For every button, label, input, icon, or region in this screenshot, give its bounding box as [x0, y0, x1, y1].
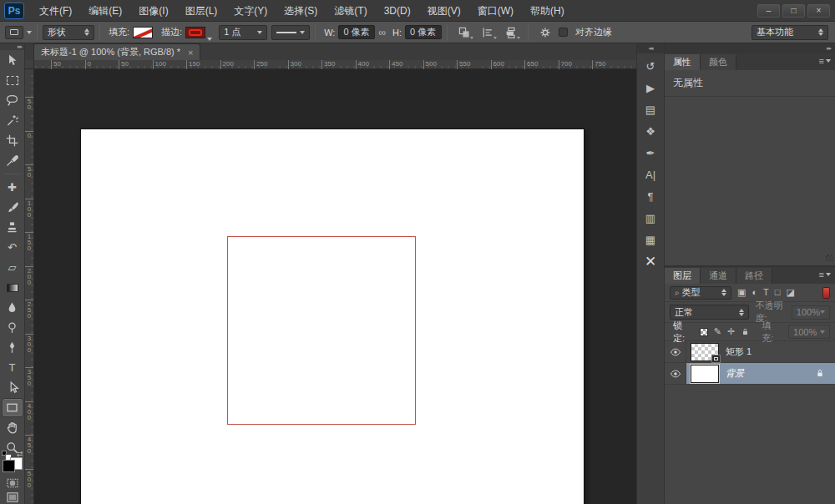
tool-preset-picker[interactable] [5, 26, 32, 39]
tab-color[interactable]: 颜色 [701, 54, 736, 70]
blend-mode-select[interactable]: 正常 [670, 305, 749, 320]
blur-tool[interactable] [2, 298, 23, 317]
tab-properties[interactable]: 属性 [665, 54, 701, 70]
tab-paths[interactable]: 路径 [736, 268, 772, 284]
quick-selection-tool[interactable] [2, 111, 23, 130]
layer-row-background[interactable]: 背景 [665, 363, 835, 385]
rectangular-marquee-tool[interactable] [2, 71, 23, 90]
dock-expand-button[interactable]: ◂◂ [637, 43, 664, 53]
menu-item-2[interactable]: 图像(I) [130, 0, 176, 22]
shape-width-field[interactable]: 0 像素 [338, 25, 375, 39]
tools-collapse-button[interactable]: ▸▸ [0, 43, 24, 50]
link-dimensions-icon[interactable]: ∞ [378, 27, 386, 38]
clone-stamp-tool[interactable] [2, 218, 23, 237]
opacity-select[interactable]: 100% [792, 305, 830, 320]
pen-tool[interactable] [2, 338, 23, 357]
filter-shape-layers-icon[interactable]: □ [775, 288, 781, 297]
screen-mode-button[interactable] [2, 491, 23, 504]
tool-presets-panel-icon[interactable]: ✒ [639, 144, 662, 162]
maximize-button[interactable]: □ [782, 4, 805, 18]
ruler-origin-corner[interactable] [25, 60, 34, 69]
hand-tool[interactable] [2, 418, 23, 437]
filter-type-layers-icon[interactable]: T [763, 288, 769, 297]
move-tool[interactable] [2, 51, 23, 70]
eraser-tool[interactable]: ▱ [2, 258, 23, 277]
measure-panel-icon[interactable]: ✕ [639, 252, 662, 270]
character-panel-icon[interactable]: A| [639, 165, 662, 184]
menu-item-1[interactable]: 编辑(E) [80, 0, 130, 22]
path-arrangement-button[interactable] [502, 25, 520, 40]
layer-name[interactable]: 矩形 1 [726, 345, 752, 358]
foreground-color-swatch[interactable] [3, 460, 15, 472]
paragraph-panel-icon[interactable]: ¶ [639, 187, 662, 205]
filter-smart-objects-icon[interactable]: ◪ [786, 288, 794, 297]
layer-filter-select[interactable]: ⌕ 类型 [670, 286, 731, 300]
dodge-tool[interactable] [2, 318, 23, 337]
stroke-color-swatch[interactable] [185, 27, 205, 38]
info-panel-icon[interactable]: ▦ [639, 230, 662, 249]
rectangle-tool[interactable] [2, 398, 23, 417]
layer-filter-toggle[interactable] [822, 287, 830, 299]
filter-adjustment-layers-icon[interactable]: ◐ [752, 288, 757, 297]
lock-all-icon[interactable] [741, 327, 750, 336]
tab-channels[interactable]: 通道 [701, 268, 736, 284]
canvas-pasteboard[interactable] [34, 69, 636, 504]
path-alignment-button[interactable] [478, 25, 497, 40]
close-button[interactable]: × [807, 4, 830, 18]
gradient-tool[interactable] [2, 278, 23, 297]
gear-icon[interactable] [536, 25, 554, 40]
align-edges-checkbox[interactable] [559, 28, 568, 37]
minimize-button[interactable]: – [757, 4, 780, 18]
close-icon[interactable]: × [188, 48, 193, 58]
document-canvas[interactable] [81, 129, 584, 504]
lock-position-icon[interactable]: ✛ [727, 327, 735, 336]
lasso-tool[interactable] [2, 91, 23, 110]
panel-resize-grip[interactable] [826, 255, 833, 262]
spot-healing-brush-tool[interactable]: ✚ [2, 178, 23, 197]
document-tab[interactable]: 未标题-1 @ 100% (背景, RGB/8) * × [33, 43, 200, 60]
lock-pixels-icon[interactable]: ✎ [714, 327, 721, 336]
lock-transparency-icon[interactable] [700, 328, 708, 336]
styles-panel-icon[interactable]: ▤ [639, 100, 662, 118]
materials-panel-icon[interactable]: ❖ [639, 122, 662, 140]
vertical-ruler[interactable]: 50050100150200250300350400450500 [25, 69, 34, 504]
menu-item-9[interactable]: 窗口(W) [469, 0, 522, 22]
tool-mode-select[interactable]: 形状 [43, 25, 94, 40]
drawn-rectangle-shape[interactable] [227, 236, 416, 425]
panel-menu-icon[interactable]: ≡ [819, 270, 831, 280]
stroke-width-select[interactable]: 1 点 [219, 25, 267, 40]
layer-visibility-toggle[interactable] [665, 363, 686, 384]
actions-panel-icon[interactable]: ▶ [639, 78, 662, 97]
history-brush-tool[interactable]: ↶ [2, 238, 23, 257]
menu-item-4[interactable]: 文字(Y) [225, 0, 276, 22]
type-tool[interactable]: T [2, 358, 23, 377]
layer-comps-panel-icon[interactable]: ▥ [639, 209, 662, 227]
shape-height-field[interactable]: 0 像素 [405, 25, 442, 39]
fill-opacity-select[interactable]: 100% [788, 325, 830, 339]
layer-thumbnail[interactable] [691, 365, 719, 383]
layers-empty-area[interactable] [665, 385, 835, 501]
path-operations-button[interactable] [455, 25, 473, 40]
quick-mask-button[interactable] [2, 476, 23, 490]
fill-color-swatch[interactable] [133, 27, 153, 38]
menu-item-8[interactable]: 视图(V) [419, 0, 469, 22]
brush-tool[interactable] [2, 198, 23, 217]
horizontal-ruler[interactable]: 5005010015020025030035040045050055060065… [34, 60, 636, 69]
layer-row-rectangle[interactable]: 矩形 1 [665, 341, 835, 363]
stroke-style-select[interactable] [271, 25, 310, 40]
layer-visibility-toggle[interactable] [665, 341, 686, 362]
tab-layers[interactable]: 图层 [665, 268, 701, 284]
menu-item-0[interactable]: 文件(F) [31, 0, 80, 22]
history-panel-icon[interactable]: ↺ [639, 57, 662, 75]
menu-item-7[interactable]: 3D(D) [376, 0, 419, 22]
panels-collapse-button[interactable]: ▸▸ [665, 43, 835, 53]
layer-thumbnail[interactable] [691, 343, 719, 361]
path-selection-tool[interactable] [2, 378, 23, 397]
filter-pixel-layers-icon[interactable]: ▣ [737, 288, 746, 297]
menu-item-10[interactable]: 帮助(H) [522, 0, 573, 22]
menu-item-5[interactable]: 选择(S) [276, 0, 326, 22]
panel-menu-icon[interactable]: ≡ [819, 56, 831, 66]
menu-item-3[interactable]: 图层(L) [177, 0, 226, 22]
eyedropper-tool[interactable] [2, 151, 23, 170]
menu-item-6[interactable]: 滤镜(T) [326, 0, 375, 22]
